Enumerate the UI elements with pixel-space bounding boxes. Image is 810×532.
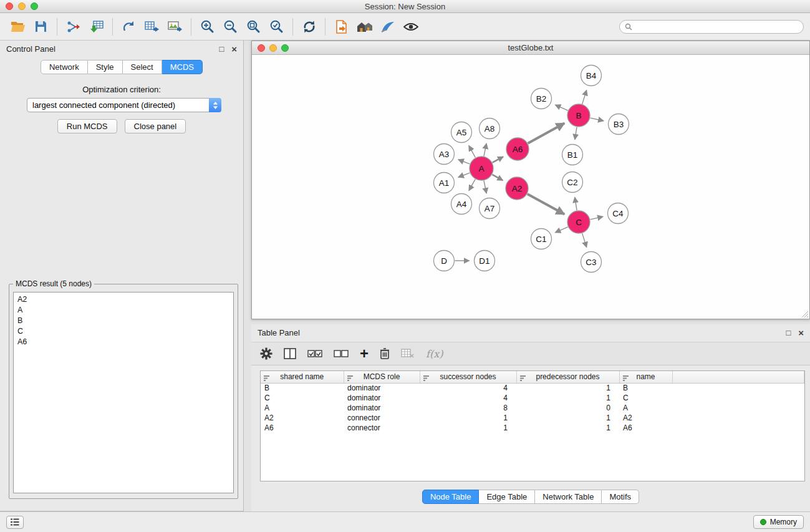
tab-network-table[interactable]: Network Table <box>535 490 602 504</box>
network-node-A7[interactable]: A7 <box>480 198 500 219</box>
import-network-button[interactable] <box>62 16 85 37</box>
cell-shared-name[interactable]: A <box>261 403 344 413</box>
delete-table-button[interactable] <box>401 344 415 363</box>
network-edge-A-A2[interactable] <box>492 175 503 180</box>
export-network-button[interactable] <box>117 16 140 37</box>
zoom-fit-button[interactable] <box>242 16 265 37</box>
network-graph[interactable]: B4B2BB3A8A5A6A3B1AA1C2A2A4A7C4CC1C3DD1 <box>252 55 809 319</box>
cell-shared-name[interactable]: A6 <box>261 423 344 433</box>
tab-mcds[interactable]: MCDS <box>162 60 203 74</box>
list-item[interactable]: A6 <box>14 337 233 347</box>
search-box[interactable] <box>619 20 804 34</box>
network-node-D1[interactable]: D1 <box>475 251 495 271</box>
cell-predecessor-nodes[interactable]: 1 <box>516 423 619 433</box>
network-node-A8[interactable]: A8 <box>480 118 500 139</box>
cell-mcds-role[interactable]: dominator <box>344 393 420 403</box>
network-edge-A-A5[interactable] <box>469 145 476 157</box>
table-row[interactable]: B dominator 4 1 B <box>261 383 804 393</box>
network-edge-B-B1[interactable] <box>575 127 577 140</box>
deselect-all-button[interactable] <box>334 344 349 363</box>
cell-predecessor-nodes[interactable]: 0 <box>516 403 619 413</box>
dropdown-stepper-icon[interactable] <box>209 98 221 112</box>
cell-mcds-role[interactable]: dominator <box>344 383 420 393</box>
network-node-B4[interactable]: B4 <box>581 65 602 86</box>
close-panel-icon[interactable]: × <box>798 328 804 337</box>
network-node-B2[interactable]: B2 <box>531 89 552 109</box>
network-node-C2[interactable]: C2 <box>562 172 583 193</box>
open-panel-button[interactable] <box>330 16 353 37</box>
network-node-A[interactable]: A <box>470 157 493 180</box>
column-header-shared-name[interactable]: shared name <box>261 371 344 383</box>
function-builder-button[interactable]: f(x) <box>426 344 443 363</box>
cell-predecessor-nodes[interactable]: 1 <box>516 413 619 423</box>
cell-mcds-role[interactable]: dominator <box>344 403 420 413</box>
minimize-window-button[interactable] <box>18 2 26 10</box>
network-node-B[interactable]: B <box>567 104 590 127</box>
cell-successor-nodes[interactable]: 4 <box>420 383 516 393</box>
table-row[interactable]: A2 connector 1 1 A2 <box>261 413 804 423</box>
network-edge-A-A7[interactable] <box>484 181 486 193</box>
export-table-button[interactable] <box>140 16 163 37</box>
close-network-window-button[interactable] <box>258 44 265 52</box>
network-edge-A-A3[interactable] <box>458 160 470 164</box>
tab-style[interactable]: Style <box>88 60 123 74</box>
close-panel-icon[interactable]: × <box>231 44 237 54</box>
table-settings-button[interactable] <box>260 344 272 363</box>
network-edge-C-C2[interactable] <box>575 197 577 210</box>
cell-name[interactable]: C <box>619 393 672 403</box>
cell-successor-nodes[interactable]: 8 <box>420 403 516 413</box>
table-row[interactable]: A dominator 8 0 A <box>261 403 804 413</box>
network-node-A5[interactable]: A5 <box>451 122 472 143</box>
network-edge-A6-B[interactable] <box>528 123 565 143</box>
cell-mcds-role[interactable]: connector <box>344 413 420 423</box>
float-panel-icon[interactable]: □ <box>786 329 791 337</box>
list-item[interactable]: C <box>14 326 233 337</box>
list-item[interactable]: B <box>14 316 233 326</box>
minimize-network-window-button[interactable] <box>269 44 277 52</box>
refresh-network-button[interactable] <box>297 16 321 37</box>
float-panel-icon[interactable]: □ <box>219 45 224 53</box>
tab-edge-table[interactable]: Edge Table <box>479 490 535 504</box>
network-node-B1[interactable]: B1 <box>562 145 583 165</box>
close-window-button[interactable] <box>6 2 13 10</box>
mcds-result-list[interactable]: A2 A B C A6 <box>13 292 234 493</box>
zoom-selected-button[interactable] <box>265 16 288 37</box>
network-edge-C-C4[interactable] <box>591 216 604 220</box>
cell-name[interactable]: B <box>619 383 672 393</box>
cell-mcds-role[interactable]: connector <box>344 423 420 433</box>
cell-shared-name[interactable]: A2 <box>261 413 344 423</box>
network-edge-A-A8[interactable] <box>484 143 486 156</box>
open-session-button[interactable] <box>6 16 29 37</box>
cell-shared-name[interactable]: C <box>261 393 344 403</box>
run-mcds-button[interactable]: Run MCDS <box>57 119 117 133</box>
add-column-button[interactable]: + <box>360 344 369 363</box>
apply-style-button[interactable] <box>376 16 399 37</box>
network-window-titlebar[interactable]: testGlobe.txt <box>252 41 809 55</box>
cell-predecessor-nodes[interactable]: 1 <box>516 393 619 403</box>
network-edge-B-B2[interactable] <box>555 105 567 110</box>
home-button[interactable] <box>353 16 376 37</box>
cell-successor-nodes[interactable]: 1 <box>420 423 516 433</box>
tab-motifs[interactable]: Motifs <box>602 490 639 504</box>
network-node-A6[interactable]: A6 <box>506 138 529 160</box>
maximize-network-window-button[interactable] <box>281 44 289 52</box>
network-edge-A-A6[interactable] <box>493 157 503 162</box>
select-all-button[interactable] <box>307 344 322 363</box>
column-header-predecessor-nodes[interactable]: predecessor nodes <box>516 371 619 383</box>
column-header-mcds-role[interactable]: MCDS role <box>344 371 420 383</box>
zoom-out-button[interactable] <box>219 16 242 37</box>
column-header-successor-nodes[interactable]: successor nodes <box>420 371 516 383</box>
network-node-A1[interactable]: A1 <box>434 173 455 193</box>
table-row[interactable]: C dominator 4 1 C <box>261 393 804 403</box>
network-edge-C-C1[interactable] <box>555 227 567 233</box>
network-node-A3[interactable]: A3 <box>434 144 455 165</box>
import-table-button[interactable] <box>85 16 108 37</box>
tab-node-table[interactable]: Node Table <box>422 490 480 504</box>
close-panel-button[interactable]: Close panel <box>125 119 186 133</box>
network-edge-A2-C[interactable] <box>528 194 564 214</box>
network-node-C4[interactable]: C4 <box>608 203 629 224</box>
network-node-B3[interactable]: B3 <box>609 114 629 135</box>
show-graphics-details-button[interactable] <box>399 16 422 37</box>
network-edge-A-A1[interactable] <box>458 173 470 177</box>
list-item[interactable]: A <box>14 305 233 316</box>
